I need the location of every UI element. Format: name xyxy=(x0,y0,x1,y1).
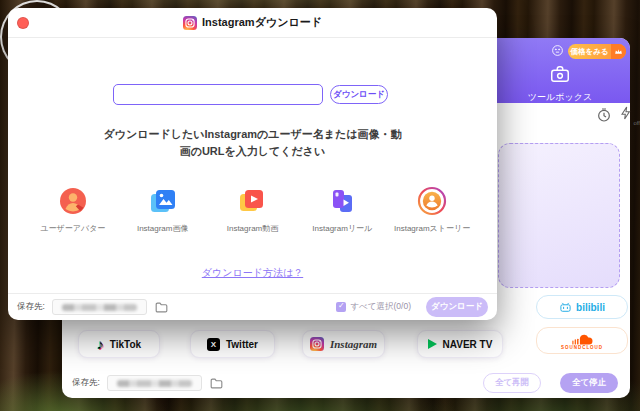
folder-icon[interactable] xyxy=(209,376,224,391)
how-to-download-link[interactable]: ダウンロード方法は？ xyxy=(202,267,303,278)
schedule-clock-icon[interactable] xyxy=(596,107,612,123)
crown-icon xyxy=(611,44,626,59)
modal-titlebar: Instagramダウンロード xyxy=(8,8,497,38)
user-avatar-icon xyxy=(58,186,88,216)
tab-toolbox[interactable]: ツールボックス xyxy=(517,63,603,104)
select-all-checkbox[interactable] xyxy=(336,302,346,312)
platform-button-twitter[interactable]: X Twitter xyxy=(190,330,275,358)
close-button[interactable] xyxy=(17,17,29,29)
save-path-redacted xyxy=(117,380,191,387)
feature-label: ユーザーアバター xyxy=(40,223,105,234)
video-icon xyxy=(237,186,267,216)
platform-button-tiktok[interactable]: ♪ TikTok xyxy=(78,330,160,358)
tiktok-icon: ♪ xyxy=(97,337,104,351)
boost-off-label: off xyxy=(633,120,640,126)
instruction-text: ダウンロードしたいInstagramのユーザー名または画像・動 画のURLを入力… xyxy=(8,126,497,160)
platform-button-instagram[interactable]: Instagram xyxy=(302,330,385,358)
drag-drop-zone[interactable] xyxy=(498,143,620,288)
bilibili-tv-icon xyxy=(559,301,572,314)
download-button-label: ダウンロード xyxy=(333,89,385,101)
instruction-line2: 画のURLを入力してください xyxy=(8,143,497,160)
stop-all-button[interactable]: 全て停止 xyxy=(560,373,618,393)
reels-icon xyxy=(327,186,357,216)
feature-label: Instagramストーリー xyxy=(394,223,470,234)
folder-icon[interactable] xyxy=(154,300,169,315)
feature-user-avatar[interactable]: ユーザーアバター xyxy=(28,186,118,234)
speed-boost-toggle[interactable]: off xyxy=(618,105,638,125)
feature-instagram-story[interactable]: Instagramストーリー xyxy=(387,186,477,234)
feature-row: ユーザーアバター Instagram画像 Instagram動画 xyxy=(28,186,477,234)
see-pricing-badge[interactable]: 価格をみる xyxy=(568,44,626,59)
platform-button-bilibili[interactable]: bilibili xyxy=(536,295,628,319)
instruction-line1: ダウンロードしたいInstagramのユーザー名または画像・動 xyxy=(8,126,497,143)
resume-all-button[interactable]: 全て再開 xyxy=(483,373,541,393)
platform-button-naver-tv[interactable]: NAVER TV xyxy=(417,330,503,358)
naver-tv-label: NAVER TV xyxy=(443,339,493,350)
resume-all-label: 全て再開 xyxy=(495,377,529,389)
see-pricing-label: 価格をみる xyxy=(568,47,611,57)
story-icon xyxy=(417,186,447,216)
help-link-row: ダウンロード方法は？ xyxy=(8,262,497,280)
feature-instagram-video[interactable]: Instagram動画 xyxy=(208,186,298,234)
feature-label: Instagram動画 xyxy=(227,223,279,234)
instagram-label: Instagram xyxy=(330,338,377,350)
desktop: 鑑 済 定 価格をみる ツールボックス xyxy=(0,0,640,411)
feature-label: Instagramリール xyxy=(312,223,372,234)
platform-button-soundcloud[interactable]: SOUNDCLOUD xyxy=(536,327,628,354)
instagram-download-modal: Instagramダウンロード ダウンロード ダウンロードしたいInstagra… xyxy=(8,8,497,320)
lightning-icon xyxy=(618,105,634,121)
account-icon[interactable] xyxy=(551,44,564,57)
instagram-icon xyxy=(183,16,197,30)
feature-instagram-reels[interactable]: Instagramリール xyxy=(297,186,387,234)
soundcloud-label: SOUNDCLOUD xyxy=(561,345,603,350)
x-twitter-icon: X xyxy=(207,338,220,351)
save-path-redacted xyxy=(62,304,136,311)
save-path-field[interactable] xyxy=(107,375,202,391)
save-path-label: 保存先: xyxy=(72,377,100,389)
tiktok-label: TikTok xyxy=(110,339,141,350)
url-input[interactable] xyxy=(113,84,323,105)
modal-footer-bar: 保存先: すべて選択(0/0) ダウンロード xyxy=(8,293,497,320)
feature-label: Instagram画像 xyxy=(137,223,189,234)
image-icon xyxy=(148,186,178,216)
toolbox-icon xyxy=(549,63,571,85)
instagram-icon xyxy=(310,337,324,351)
select-all-label: すべて選択(0/0) xyxy=(350,301,411,313)
soundcloud-cloud-icon xyxy=(569,332,595,346)
stop-all-label: 全て停止 xyxy=(572,377,606,389)
app-footer-bar: 保存先: 全て再開 全て停止 xyxy=(62,368,630,398)
save-path-field[interactable] xyxy=(52,299,147,315)
select-all-group: すべて選択(0/0) xyxy=(336,301,411,313)
toolbox-label: ツールボックス xyxy=(517,91,603,104)
twitter-label: Twitter xyxy=(226,339,258,350)
download-button[interactable]: ダウンロード xyxy=(330,85,388,104)
download-button-label: ダウンロード xyxy=(431,301,483,313)
bilibili-label: bilibili xyxy=(576,302,605,313)
naver-play-icon xyxy=(428,339,437,349)
save-path-label: 保存先: xyxy=(17,301,45,313)
modal-title: Instagramダウンロード xyxy=(202,15,322,30)
feature-instagram-image[interactable]: Instagram画像 xyxy=(118,186,208,234)
download-button-disabled[interactable]: ダウンロード xyxy=(426,297,488,317)
